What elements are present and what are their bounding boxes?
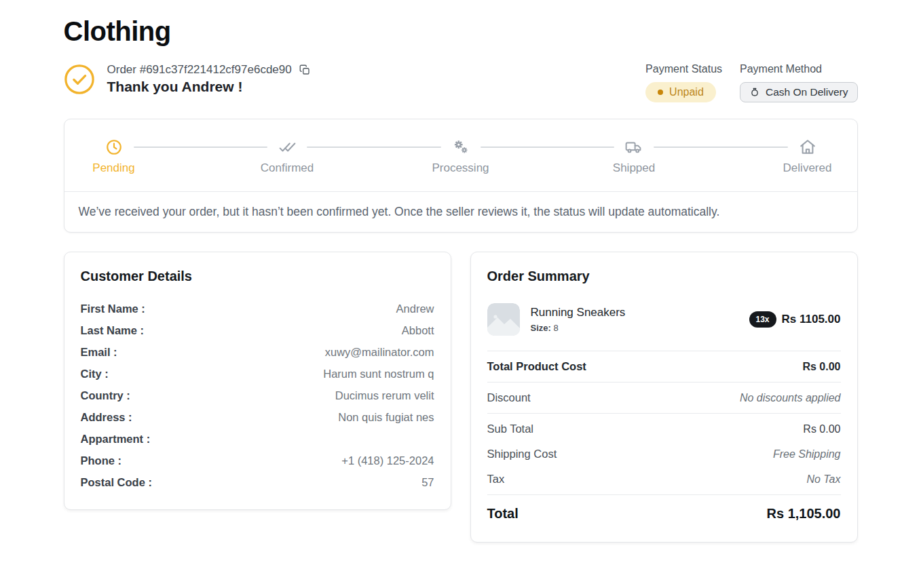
cost-label: Sub Total [487, 423, 534, 435]
field-label: Postal Code : [81, 476, 152, 489]
field-label: Appartment : [81, 433, 151, 446]
payment-status-column: Payment Status Unpaid [645, 63, 722, 102]
payment-method-label: Payment Method [740, 63, 857, 75]
product-pricing: 13x Rs 1105.00 [749, 311, 841, 328]
stepper-connector [654, 146, 788, 148]
quantity-badge: 13x [749, 311, 776, 328]
step-label-delivered: Delivered [783, 161, 832, 175]
field-label: Address : [81, 411, 132, 424]
greeting-text: Thank you Andrew ! [107, 79, 311, 95]
order-info-block: Order #691c37f221412cf97e6cde90 Thank yo… [64, 63, 311, 95]
status-dot-icon [658, 90, 663, 95]
double-check-icon [278, 138, 296, 156]
stepper-connector [134, 146, 268, 148]
field-label: City : [81, 368, 109, 380]
money-bag-icon [749, 87, 760, 98]
field-value: Andrew [396, 302, 434, 315]
copy-icon [299, 64, 311, 76]
detail-row-first-name: First Name : Andrew [81, 298, 434, 319]
detail-row-phone: Phone : +1 (418) 125-2024 [81, 450, 434, 471]
step-processing: Processing [452, 138, 470, 156]
cost-value: Rs 0.00 [803, 423, 840, 435]
shipping-cost-row: Shipping Cost Free Shipping [487, 442, 841, 467]
subtotal-group: Sub Total Rs 0.00 Shipping Cost Free Shi… [487, 414, 841, 494]
sub-total-row: Sub Total Rs 0.00 [487, 416, 841, 442]
detail-row-city: City : Harum sunt nostrum q [81, 363, 434, 385]
order-id-row: Order #691c37f221412cf97e6cde90 [107, 63, 311, 77]
step-label-shipped: Shipped [613, 161, 655, 175]
payment-block: Payment Status Unpaid Payment Method Cas… [645, 63, 857, 102]
tax-row: Tax No Tax [487, 467, 841, 492]
detail-row-address: Address : Non quis fugiat nes [81, 406, 434, 428]
cost-label: Tax [487, 473, 505, 486]
cost-value: No Tax [806, 473, 840, 486]
payment-method-button[interactable]: Cash On Delivery [740, 82, 857, 102]
customer-details-title: Customer Details [81, 269, 434, 284]
clock-icon [105, 138, 123, 156]
truck-icon [625, 138, 643, 156]
field-label: Country : [81, 389, 130, 402]
order-summary-title: Order Summary [487, 269, 841, 284]
home-icon [799, 138, 816, 156]
cost-value: Free Shipping [773, 448, 841, 460]
cost-value: Rs 0.00 [802, 361, 840, 373]
gears-icon [452, 138, 470, 156]
detail-row-country: Country : Ducimus rerum velit [81, 385, 434, 406]
field-value: 57 [421, 476, 434, 489]
payment-method-value: Cash On Delivery [766, 86, 848, 98]
customer-details-card: Customer Details First Name : Andrew Las… [64, 252, 451, 510]
payment-method-column: Payment Method Cash On Delivery [740, 63, 857, 102]
step-label-processing: Processing [432, 161, 489, 175]
success-check-icon [64, 64, 95, 95]
payment-status-value: Unpaid [669, 86, 704, 98]
payment-status-label: Payment Status [645, 63, 722, 75]
total-product-cost-row: Total Product Cost Rs 0.00 [487, 351, 841, 382]
stepper-connector [481, 146, 615, 148]
field-value: Non quis fugiat nes [338, 411, 434, 424]
order-status-message: We’ve received your order, but it hasn’t… [64, 191, 857, 232]
product-price: Rs 1105.00 [782, 313, 841, 326]
order-summary-card: Order Summary Running Sneakers Size: 8 [470, 252, 858, 543]
total-label: Total [487, 506, 519, 522]
step-label-confirmed: Confirmed [261, 161, 314, 175]
size-value: 8 [553, 323, 558, 333]
product-image-placeholder-icon [487, 303, 520, 336]
total-value: Rs 1,105.00 [767, 506, 841, 522]
product-size: Size: 8 [531, 323, 626, 333]
step-confirmed: Confirmed [278, 138, 296, 156]
step-label-pending: Pending [92, 161, 134, 175]
field-value: Ducimus rerum velit [335, 389, 434, 402]
field-label: Email : [81, 346, 117, 359]
field-value: +1 (418) 125-2024 [341, 454, 434, 467]
field-value: Abbott [402, 324, 434, 337]
product-info: Running Sneakers Size: 8 [531, 306, 626, 333]
detail-row-appartment: Appartment : [81, 428, 434, 450]
order-confirmation-page: Clothing Order #691c37f221412cf97e6cde90 [64, 0, 858, 583]
copy-order-id-button[interactable] [299, 64, 311, 76]
payment-status-badge: Unpaid [645, 82, 716, 102]
field-label: First Name : [81, 302, 145, 315]
field-value: xuwy@mailinator.com [325, 346, 434, 359]
order-status-card: Pending Confirmed [64, 119, 858, 233]
details-row: Customer Details First Name : Andrew Las… [64, 252, 858, 583]
field-value: Harum sunt nostrum q [323, 368, 434, 380]
total-row: Total Rs 1,105.00 [487, 495, 841, 526]
stepper-connector [307, 146, 441, 148]
field-label: Phone : [81, 454, 122, 467]
order-progress-stepper: Pending Confirmed [64, 119, 857, 191]
cost-value: No discounts applied [740, 392, 841, 404]
cost-label: Discount [487, 391, 531, 404]
product-name: Running Sneakers [531, 306, 626, 319]
page-title: Clothing [64, 16, 858, 47]
detail-row-email: Email : xuwy@mailinator.com [81, 341, 434, 363]
field-label: Last Name : [81, 324, 145, 337]
cost-label: Total Product Cost [487, 360, 586, 373]
step-shipped: Shipped [625, 138, 643, 156]
discount-row: Discount No discounts applied [487, 383, 841, 413]
size-label: Size: [531, 323, 551, 333]
order-header: Order #691c37f221412cf97e6cde90 Thank yo… [64, 63, 858, 102]
product-row: Running Sneakers Size: 8 13x Rs 1105.00 [487, 298, 841, 351]
step-pending: Pending [105, 138, 123, 156]
order-id: Order #691c37f221412cf97e6cde90 [107, 63, 292, 77]
step-delivered: Delivered [799, 138, 816, 156]
